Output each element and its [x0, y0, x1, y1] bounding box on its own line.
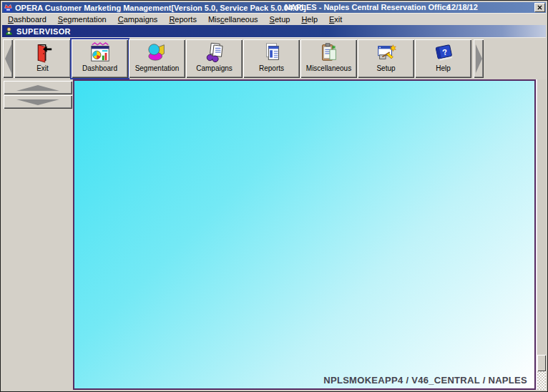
- menu-item-setup[interactable]: Setup: [264, 14, 296, 24]
- menu-item-miscellaneous[interactable]: Miscellaneous: [202, 14, 264, 24]
- reports-document-icon: [261, 41, 283, 63]
- close-button[interactable]: [534, 3, 545, 12]
- app-window: OPERA Customer Marketing Management[Vers…: [0, 0, 548, 392]
- close-icon: [537, 5, 542, 10]
- menu-item-help[interactable]: Help: [295, 14, 323, 24]
- toolbar: Exit Dashboard Segmentation: [2, 37, 546, 79]
- toolbar-scroll-right-button[interactable]: [474, 39, 484, 78]
- content-area: NPLSMOKEAPP4 / V46_CENTRAL / NAPLES: [2, 79, 546, 390]
- user-icon: [4, 26, 14, 36]
- miscellaneous-clipboard-icon: [318, 41, 340, 63]
- toolbar-label-setup: Setup: [376, 64, 395, 72]
- toolbar-button-dashboard[interactable]: Dashboard: [72, 39, 128, 78]
- scrollbar-thumb[interactable]: [537, 355, 546, 371]
- toolbar-label-exit: Exit: [36, 64, 49, 72]
- campaigns-docs-binoculars-icon: [204, 41, 225, 63]
- left-panel: [2, 79, 73, 390]
- toolbar-button-exit[interactable]: Exit: [14, 39, 71, 78]
- menu-item-campaigns[interactable]: Campaigns: [112, 14, 164, 24]
- toolbar-label-miscellaneous: Miscellaneous: [306, 64, 351, 72]
- toolbar-scroll-left-button[interactable]: [3, 39, 13, 78]
- toolbar-label-dashboard: Dashboard: [82, 64, 117, 72]
- user-status-bar: SUPERVISOR: [2, 25, 546, 37]
- logged-in-user: SUPERVISOR: [16, 27, 71, 36]
- exit-door-icon: [32, 41, 54, 63]
- setup-tools-icon: [376, 41, 397, 63]
- toolbar-label-segmentation: Segmentation: [135, 64, 180, 72]
- triangle-up-icon: [16, 85, 59, 91]
- menu-item-exit[interactable]: Exit: [323, 14, 348, 24]
- toolbar-button-reports[interactable]: Reports: [243, 39, 300, 78]
- chevron-right-icon: [476, 44, 482, 73]
- toolbar-button-segmentation[interactable]: Segmentation: [129, 39, 185, 78]
- opera-logo-icon: [4, 3, 13, 12]
- segmentation-pie-icon: [147, 41, 168, 63]
- toolbar-button-setup[interactable]: Setup: [358, 39, 414, 78]
- window-title: OPERA Customer Marketing Management[Vers…: [15, 4, 306, 12]
- toolbar-button-campaigns[interactable]: Campaigns: [186, 39, 243, 78]
- title-bar: OPERA Customer Marketing Management[Vers…: [2, 2, 546, 13]
- server-schema-property-label: NPLSMOKEAPP4 / V46_CENTRAL / NAPLES: [323, 375, 527, 386]
- menu-item-reports[interactable]: Reports: [163, 14, 202, 24]
- vertical-scrollbar: [537, 79, 546, 390]
- dashboard-chart-icon: [89, 41, 111, 63]
- menu-item-segmentation[interactable]: Segmentation: [52, 14, 112, 24]
- toolbar-label-help: Help: [436, 64, 451, 72]
- panel-expand-down-button[interactable]: [4, 95, 72, 109]
- business-date: 12/18/12: [447, 3, 478, 11]
- property-location-label: NAPLES - Naples Central Reservation Offi…: [285, 3, 451, 11]
- chevron-left-icon: [5, 44, 11, 73]
- toolbar-label-campaigns: Campaigns: [196, 64, 233, 72]
- workspace: NPLSMOKEAPP4 / V46_CENTRAL / NAPLES: [73, 79, 536, 390]
- help-book-icon: ?: [433, 41, 454, 63]
- scrollbar-track[interactable]: [537, 371, 546, 390]
- toolbar-button-help[interactable]: ? Help: [415, 39, 471, 78]
- panel-collapse-up-button[interactable]: [4, 81, 72, 94]
- menu-item-dashboard[interactable]: Dashboard: [2, 14, 52, 24]
- toolbar-button-miscellaneous[interactable]: Miscellaneous: [300, 39, 357, 78]
- toolbar-label-reports: Reports: [259, 64, 284, 72]
- triangle-down-icon: [16, 99, 59, 105]
- menu-bar: Dashboard Segmentation Campaigns Reports…: [2, 13, 546, 25]
